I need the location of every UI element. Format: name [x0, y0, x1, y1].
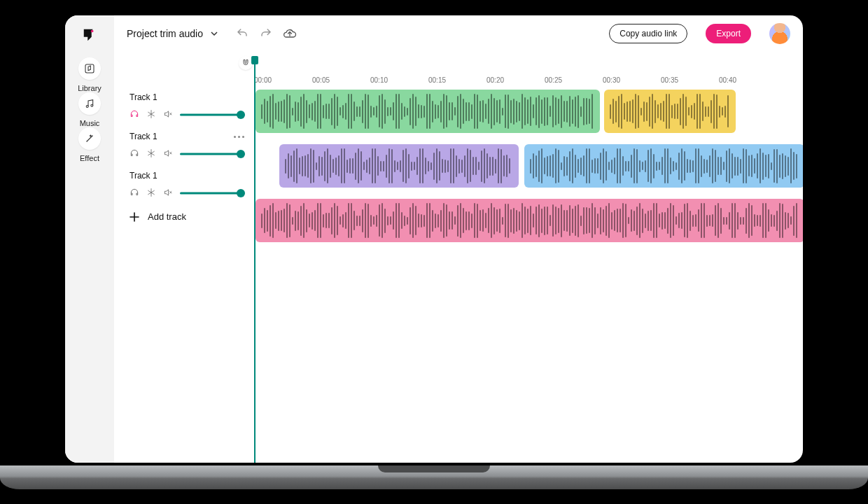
volume-slider[interactable]: [180, 148, 244, 160]
track-lanes: [254, 84, 803, 248]
audio-clip[interactable]: [255, 90, 600, 133]
toolbar-icons: [235, 27, 297, 41]
time-tick: 00:35: [661, 76, 719, 84]
time-ruler[interactable]: 00:0000:0500:1000:1500:2000:2500:3000:35…: [254, 62, 803, 84]
cloud-upload-icon: [283, 27, 297, 41]
track-lane[interactable]: [254, 193, 803, 248]
laptop-mockup: LibraryMusicEffect Project trim audio: [0, 0, 868, 504]
timeline[interactable]: 00:0000:0500:1000:1500:2000:2500:3000:35…: [254, 52, 803, 463]
waveform: [261, 203, 799, 238]
track-header: Track 1: [114, 126, 254, 165]
svg-point-5: [92, 135, 92, 136]
time-tick: 00:05: [312, 76, 370, 84]
track-header: Track 1: [114, 165, 254, 204]
laptop-base: [0, 465, 868, 489]
app-logo[interactable]: [81, 27, 98, 43]
track-lane[interactable]: [254, 84, 803, 139]
screen-bezel: LibraryMusicEffect Project trim audio: [52, 0, 816, 465]
volume-slider[interactable]: [180, 188, 244, 199]
headphones-icon[interactable]: [130, 109, 141, 120]
track-more-button[interactable]: [234, 136, 244, 138]
track-name: Track 1: [130, 92, 158, 102]
rail-item-label: Music: [80, 119, 100, 127]
audio-clip[interactable]: [604, 90, 736, 133]
rail-item-library[interactable]: Library: [78, 57, 102, 92]
redo-button[interactable]: [259, 27, 273, 41]
music-icon: [78, 92, 101, 115]
audio-clip[interactable]: [255, 199, 803, 242]
mute-icon[interactable]: [163, 109, 174, 120]
freeze-icon[interactable]: [146, 109, 158, 120]
track-lane[interactable]: [254, 139, 803, 193]
redo-icon: [260, 27, 272, 40]
track-name: Track 1: [130, 132, 158, 141]
workspace: Track 1Track 1Track 1 Add track 00:0000:…: [114, 52, 803, 463]
svg-point-4: [86, 141, 87, 141]
waveform: [530, 148, 799, 183]
audio-clip[interactable]: [279, 144, 519, 188]
export-label: Export: [716, 29, 741, 38]
freeze-icon[interactable]: [146, 188, 158, 199]
rail-item-effect[interactable]: Effect: [78, 127, 102, 162]
waveform: [285, 148, 513, 183]
add-track-button[interactable]: Add track: [114, 204, 254, 229]
undo-icon: [236, 27, 248, 40]
track-name: Track 1: [130, 171, 158, 181]
time-tick: 00:20: [486, 76, 545, 84]
snap-toggle[interactable]: [239, 56, 253, 70]
cloud-upload-button[interactable]: [283, 27, 297, 41]
topbar: Project trim audio: [114, 15, 803, 52]
magnet-icon: [241, 59, 250, 67]
waveform: [261, 94, 594, 129]
time-tick: 00:10: [370, 76, 428, 84]
chevron-down-icon: [210, 29, 218, 38]
rail-item-label: Effect: [80, 154, 99, 162]
svg-point-3: [91, 104, 93, 106]
waveform: [610, 94, 730, 129]
time-tick: 00:00: [254, 76, 312, 84]
svg-point-0: [91, 30, 94, 33]
headphones-icon[interactable]: [130, 148, 141, 160]
time-tick: 00:40: [719, 76, 777, 84]
mute-icon[interactable]: [163, 148, 174, 160]
track-header: Track 1: [114, 87, 254, 126]
effect-icon: [78, 127, 101, 150]
time-tick: 00:30: [603, 76, 661, 84]
undo-button[interactable]: [235, 27, 249, 41]
laptop-notch: [378, 465, 490, 472]
project-selector[interactable]: Project trim audio: [127, 28, 218, 39]
audio-clip[interactable]: [524, 144, 803, 188]
freeze-icon[interactable]: [146, 148, 158, 160]
plus-icon: [130, 212, 139, 222]
rail-item-label: Library: [78, 84, 102, 92]
time-tick: 00:15: [428, 76, 486, 84]
library-icon: [78, 57, 101, 80]
svg-point-2: [86, 106, 88, 108]
copy-audio-link-label: Copy audio link: [620, 29, 677, 38]
avatar[interactable]: [769, 23, 790, 44]
project-name: Project trim audio: [127, 28, 203, 39]
time-tick: 00:25: [545, 76, 603, 84]
track-panel: Track 1Track 1Track 1 Add track: [114, 52, 254, 463]
app-window: LibraryMusicEffect Project trim audio: [65, 15, 803, 463]
volume-slider[interactable]: [180, 109, 244, 120]
svg-rect-1: [85, 64, 94, 73]
add-track-label: Add track: [148, 211, 186, 222]
playhead[interactable]: [254, 57, 255, 463]
mute-icon[interactable]: [163, 188, 174, 199]
main-area: Project trim audio: [114, 15, 803, 463]
headphones-icon[interactable]: [130, 188, 141, 199]
copy-audio-link-button[interactable]: Copy audio link: [609, 24, 687, 43]
rail-item-music[interactable]: Music: [78, 92, 102, 127]
left-rail: LibraryMusicEffect: [65, 15, 114, 463]
logo-icon: [82, 27, 97, 43]
export-button[interactable]: Export: [706, 24, 751, 43]
